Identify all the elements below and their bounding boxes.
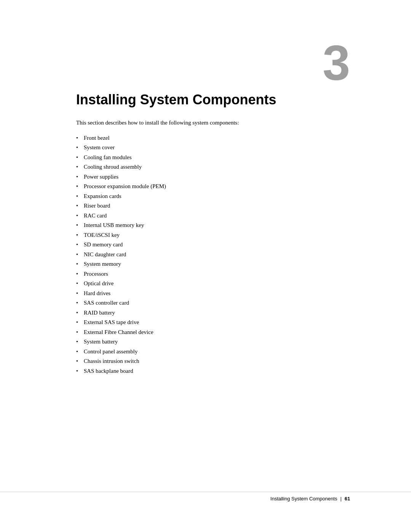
list-item: Hard drives: [76, 289, 350, 299]
list-item: External Fibre Channel device: [76, 328, 350, 337]
list-item: RAC card: [76, 211, 350, 221]
intro-text: This section describes how to install th…: [76, 118, 350, 127]
list-item: TOE/iSCSI key: [76, 230, 350, 240]
list-item: Expansion cards: [76, 192, 350, 201]
list-item: System cover: [76, 143, 350, 153]
list-item: Cooling fan modules: [76, 153, 350, 163]
bullet-list: Front bezelSystem coverCooling fan modul…: [76, 133, 350, 376]
list-item: Power supplies: [76, 172, 350, 182]
list-item: Control panel assembly: [76, 347, 350, 357]
list-item: Processors: [76, 269, 350, 279]
chapter-number: 3: [323, 38, 350, 88]
list-item: Cooling shroud assembly: [76, 162, 350, 172]
chapter-title: Installing System Components: [76, 91, 350, 108]
footer: Installing System Components | 61: [0, 492, 411, 502]
footer-separator: |: [340, 496, 341, 502]
footer-text: Installing System Components | 61: [271, 496, 350, 502]
list-item: NIC daughter card: [76, 250, 350, 260]
list-item: Internal USB memory key: [76, 220, 350, 230]
list-item: External SAS tape drive: [76, 318, 350, 328]
list-item: System memory: [76, 259, 350, 269]
list-item: Processor expansion module (PEM): [76, 182, 350, 192]
list-item: Front bezel: [76, 133, 350, 143]
list-item: Optical drive: [76, 279, 350, 289]
footer-page-number: 61: [345, 496, 350, 502]
list-item: SD memory card: [76, 240, 350, 250]
list-item: Riser board: [76, 201, 350, 211]
page: 3 Installing System Components This sect…: [0, 0, 411, 532]
list-item: System battery: [76, 337, 350, 347]
list-item: SAS backplane board: [76, 366, 350, 376]
list-item: SAS controller card: [76, 298, 350, 308]
content-area: Installing System Components This sectio…: [76, 91, 350, 376]
list-item: Chassis intrusion switch: [76, 356, 350, 366]
list-item: RAID battery: [76, 308, 350, 318]
footer-section-label: Installing System Components: [271, 496, 338, 502]
